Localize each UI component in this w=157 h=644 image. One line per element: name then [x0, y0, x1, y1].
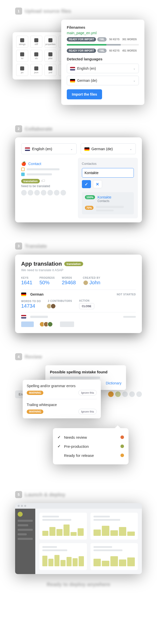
review-option[interactable]: ✓Needs review: [57, 433, 124, 442]
language-name: German: [30, 292, 44, 296]
close-button[interactable]: CLOSE: [79, 303, 94, 309]
filenames-heading: Filenames: [67, 25, 139, 29]
format-cell: json: [30, 64, 42, 76]
browser-sidebar: [15, 509, 35, 574]
stat-label: 2 CONTRIBUTORS: [48, 300, 72, 302]
tool-icon[interactable]: [54, 190, 59, 195]
source-text: Contactos: [82, 162, 134, 166]
words-count: 301 WORDS: [122, 38, 137, 41]
review-option[interactable]: ✓Pre-production: [57, 442, 124, 451]
step-3-number: 3: [15, 243, 22, 250]
format-pill: YML: [97, 49, 107, 53]
translation-input[interactable]: [82, 168, 134, 178]
translation-tag: translation: [21, 179, 40, 183]
ready-pill: READY FOR IMPORT: [67, 49, 96, 53]
tool-icon[interactable]: [60, 190, 66, 195]
format-cell: xliff: [30, 36, 42, 48]
tool-icon[interactable]: [41, 190, 46, 195]
status-label: NOT STARTED: [117, 293, 136, 296]
stat-value: 29468: [62, 280, 76, 286]
source-language-select[interactable]: English (en) ⌄: [21, 143, 77, 154]
review-option[interactable]: ✓Ready for release: [57, 451, 124, 460]
tool-icon[interactable]: [28, 190, 33, 195]
dashboard-card: [90, 543, 138, 570]
popup-title: Possible spelling mistake found: [50, 370, 121, 374]
stat-label: PROGRESS: [40, 276, 55, 279]
target-language-select[interactable]: German (de) ⌄: [81, 143, 136, 154]
task-desc: We need to translate it ASAP: [21, 268, 136, 272]
step-2-title: Collaborate: [25, 126, 52, 132]
filename: main_page_en.yml: [67, 31, 139, 35]
format-cell: yml: [44, 64, 56, 76]
stat-label: CREATED BY: [83, 276, 100, 279]
stat-value: 1641: [21, 280, 33, 286]
step-1-title: Upload source files: [25, 8, 71, 14]
step-3-title: Translate: [25, 243, 47, 249]
format-cell: properties: [44, 36, 56, 48]
warning-badge: WARNING: [27, 410, 43, 414]
tag-icon: 🏷: [41, 179, 45, 183]
chevron-down-icon: ⌄: [133, 67, 136, 70]
status-icon[interactable]: [129, 391, 135, 397]
status-icon[interactable]: [115, 391, 121, 397]
import-button[interactable]: Import the files: [67, 89, 102, 99]
stat-value: John: [89, 280, 100, 286]
step-4-title: Review: [25, 354, 42, 360]
warning-text: Trailing whitespace: [27, 403, 97, 407]
box-icon: [21, 168, 25, 171]
status-dot-icon: [120, 435, 124, 439]
avatar: [50, 303, 56, 309]
tool-icon[interactable]: [47, 190, 53, 195]
apple-icon: 🍎: [21, 161, 26, 166]
status-icon[interactable]: [122, 391, 128, 397]
dictionary-link[interactable]: Dictionary: [106, 381, 121, 385]
flag-us-icon: [25, 147, 30, 151]
key-subtitle: Need to be translated: [21, 184, 73, 188]
suggestion-panel: 100% Kontakte Contacts 70%: [82, 192, 134, 214]
ignore-button[interactable]: Ignore this: [78, 390, 97, 395]
format-cell: ini: [16, 50, 28, 62]
review-status-popup: ✓Needs review ✓Pre-production ✓Ready for…: [53, 428, 129, 464]
keys-count: 60 KEYS: [109, 49, 119, 52]
avatar: [47, 321, 53, 327]
translation-tag: translation: [64, 262, 83, 266]
step-4-number: 4: [15, 353, 22, 360]
check-icon: ✓: [57, 444, 61, 449]
stat-label: KEYS: [21, 276, 33, 279]
format-pill: YML: [97, 37, 107, 42]
dashboard-card: [39, 543, 87, 570]
import-card: Filenames main_page_en.yml READY FOR IMP…: [61, 20, 144, 105]
chevron-down-icon: ⌄: [133, 79, 136, 82]
stat-value: 14734: [21, 303, 41, 309]
browser-titlebar: [15, 503, 142, 509]
status-dot-icon: [120, 454, 124, 457]
warning-badge: WARNING: [27, 391, 43, 395]
status-icon[interactable]: [136, 391, 142, 397]
format-cell: plist: [44, 50, 56, 62]
status-dot-icon: [120, 445, 124, 448]
task-card: App translation translation We need to t…: [15, 255, 142, 333]
step-5-title: Launch & deploy: [25, 492, 65, 498]
chevron-down-icon: ⌄: [130, 147, 132, 151]
detected-heading: Detected languages: [67, 57, 139, 61]
check-icon: ✓: [57, 435, 61, 439]
cancel-button[interactable]: ✕: [93, 180, 102, 188]
warning-icon[interactable]: [108, 391, 114, 397]
language-select-en[interactable]: English (en) ⌄: [67, 64, 139, 73]
key-name[interactable]: Contact: [28, 162, 41, 166]
suggestion-text[interactable]: Kontakte: [98, 195, 111, 199]
logo-icon: [18, 512, 23, 517]
browser-mock: [15, 503, 142, 574]
flag-us-icon: [70, 67, 75, 70]
step-1-number: 1: [15, 8, 22, 15]
language-select-de[interactable]: German (de) ⌄: [67, 76, 139, 85]
stat-label: ACTION: [79, 299, 94, 302]
confirm-button[interactable]: ✓: [82, 180, 91, 188]
tool-icon[interactable]: [34, 190, 40, 195]
warning-text: Spelling and/or grammar errors: [27, 384, 97, 388]
tool-icon[interactable]: [21, 190, 27, 195]
format-cell: xls: [30, 50, 42, 62]
ignore-button[interactable]: Ignore this: [78, 409, 97, 414]
flag-us-icon: [21, 315, 26, 318]
flag-de-icon: [21, 293, 26, 296]
